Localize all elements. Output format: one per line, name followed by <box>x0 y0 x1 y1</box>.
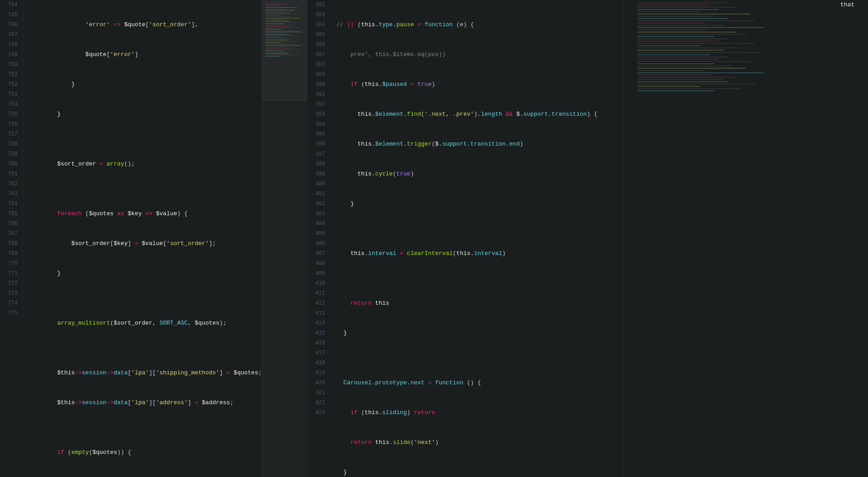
right-code-content: // || (this.type.pause = function (e) { … <box>331 0 623 477</box>
minimap-right-svg <box>624 0 868 477</box>
svg-rect-64 <box>637 50 723 51</box>
svg-rect-69 <box>637 61 750 62</box>
svg-rect-51 <box>637 20 755 21</box>
svg-rect-41 <box>263 1 307 100</box>
svg-rect-53 <box>637 25 723 26</box>
svg-rect-57 <box>637 34 746 35</box>
svg-rect-74 <box>637 72 764 73</box>
editor-container[interactable]: 744 745 746 747 748 749 750 751 752 753 … <box>0 0 868 477</box>
svg-rect-52 <box>637 23 705 24</box>
svg-rect-77 <box>637 79 723 80</box>
svg-rect-82 <box>637 90 714 91</box>
svg-rect-43 <box>637 2 728 3</box>
svg-rect-78 <box>637 81 728 82</box>
svg-rect-54 <box>637 27 764 28</box>
svg-rect-62 <box>637 45 701 46</box>
svg-rect-48 <box>637 14 750 14</box>
svg-rect-45 <box>637 7 737 8</box>
left-code-panel: 744 745 746 747 748 749 750 751 752 753 … <box>0 0 262 477</box>
svg-rect-55 <box>637 29 710 30</box>
svg-rect-59 <box>637 38 728 39</box>
svg-rect-56 <box>637 32 737 33</box>
svg-rect-73 <box>637 70 705 71</box>
svg-rect-75 <box>637 75 710 76</box>
svg-rect-68 <box>637 59 719 60</box>
svg-rect-80 <box>637 86 701 87</box>
minimap-left[interactable] <box>262 0 307 477</box>
svg-rect-61 <box>637 43 755 44</box>
svg-rect-58 <box>637 36 714 37</box>
svg-rect-79 <box>637 84 755 85</box>
right-line-numbers: 382 383 384 385 386 387 388 389 390 391 … <box>307 0 331 477</box>
svg-rect-67 <box>637 57 728 57</box>
svg-rect-47 <box>637 11 701 12</box>
left-line-numbers: 744 745 746 747 748 749 750 751 752 753 … <box>0 0 24 477</box>
svg-rect-63 <box>637 47 741 48</box>
minimap-svg <box>263 1 307 477</box>
minimap-right[interactable]: that <box>624 0 868 477</box>
left-code-content: 'error' => $quote['sort_order'], $quote[… <box>24 0 262 477</box>
svg-rect-49 <box>637 16 714 17</box>
svg-rect-72 <box>637 68 746 69</box>
svg-rect-66 <box>637 54 710 55</box>
svg-rect-46 <box>637 9 719 10</box>
svg-rect-71 <box>637 66 732 66</box>
svg-rect-81 <box>637 88 741 89</box>
svg-rect-42 <box>624 0 868 477</box>
right-code-panel: 382 383 384 385 386 387 388 389 390 391 … <box>307 0 624 477</box>
svg-rect-50 <box>637 18 728 19</box>
that-text: that <box>840 0 854 10</box>
svg-rect-60 <box>637 41 719 42</box>
svg-rect-44 <box>637 5 710 5</box>
svg-rect-70 <box>637 63 714 64</box>
svg-rect-65 <box>637 52 760 53</box>
svg-rect-76 <box>637 77 737 78</box>
